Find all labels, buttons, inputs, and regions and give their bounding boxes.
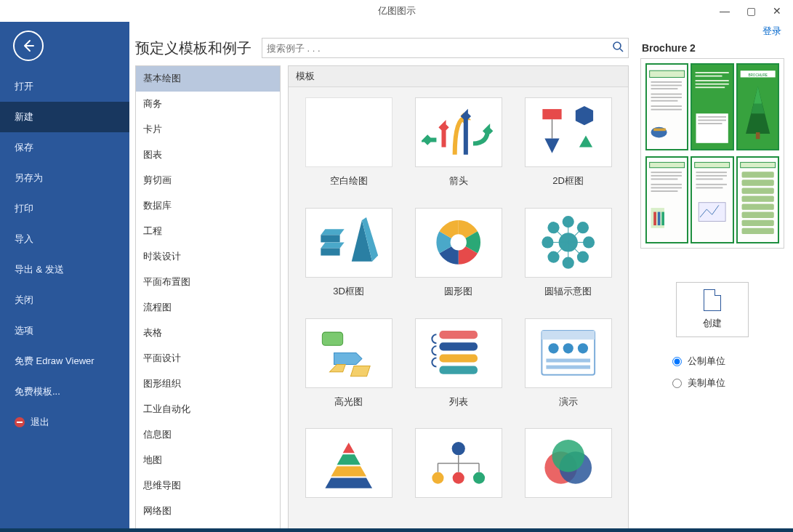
template-item-3dbox[interactable]: 3D框图 [296, 208, 401, 311]
category-item[interactable]: 卡片 [136, 117, 280, 142]
svg-rect-67 [651, 109, 682, 110]
template-label: 列表 [449, 395, 468, 408]
svg-marker-46 [325, 477, 372, 488]
create-button[interactable]: 创建 [676, 282, 749, 337]
category-item[interactable]: 信息图 [136, 422, 280, 448]
box3d-icon [305, 208, 393, 278]
category-item[interactable]: 时装设计 [136, 244, 280, 270]
svg-rect-66 [651, 105, 682, 107]
category-item[interactable]: 流程图 [136, 295, 280, 321]
right-panel: Brochure 2 BROCHURE [636, 22, 793, 532]
new-document-icon [704, 289, 721, 311]
sidebar-item-export[interactable]: 导出 & 发送 [0, 254, 129, 285]
svg-point-39 [563, 343, 573, 353]
template-item-circle[interactable]: 圆形图 [406, 208, 511, 311]
box2d-icon [525, 97, 612, 167]
svg-rect-89 [651, 184, 682, 185]
category-item[interactable]: 图表 [136, 142, 280, 168]
radio-label: 美制单位 [688, 376, 725, 390]
category-item[interactable]: 平面设计 [136, 346, 280, 371]
svg-rect-8 [321, 235, 339, 243]
template-item-presentation[interactable]: 演示 [515, 318, 621, 422]
template-item-arrows[interactable]: 箭头 [406, 97, 511, 201]
category-item[interactable]: 基本绘图 [136, 66, 280, 92]
svg-rect-75 [696, 113, 728, 143]
svg-rect-91 [651, 190, 678, 192]
svg-rect-84 [756, 132, 760, 139]
sidebar-item-exit[interactable]: 退出 [0, 407, 129, 438]
close-button[interactable]: ✕ [767, 3, 787, 19]
svg-rect-87 [651, 175, 682, 177]
template-label: 圆辐示意图 [544, 285, 592, 298]
template-item-radial[interactable]: 圆辐示意图 [515, 208, 621, 311]
svg-rect-105 [741, 180, 773, 185]
category-item[interactable]: 数据库 [136, 193, 280, 219]
sidebar-item-open[interactable]: 打开 [0, 71, 129, 102]
sidebar-item-close[interactable]: 关闭 [0, 285, 129, 315]
maximize-button[interactable]: ▢ [741, 3, 761, 19]
svg-rect-108 [741, 204, 773, 210]
sidebar-item-new[interactable]: 新建 [0, 102, 129, 132]
minimize-button[interactable]: — [714, 3, 735, 19]
svg-rect-103 [740, 162, 775, 167]
template-item-venn[interactable] [515, 428, 621, 518]
list-icon [415, 318, 502, 388]
presentation-icon [525, 318, 612, 388]
sidebar-item-free-templates[interactable]: 免费模板... [0, 376, 129, 407]
svg-rect-65 [651, 100, 678, 102]
page-title: 预定义模板和例子 [135, 39, 251, 58]
category-item[interactable]: 思维导图 [136, 473, 280, 499]
category-item[interactable]: 平面布置图 [136, 270, 280, 295]
sidebar-item-saveas[interactable]: 另存为 [0, 163, 129, 193]
venn-icon [525, 428, 612, 498]
category-item[interactable]: 表格 [136, 321, 280, 346]
category-item[interactable]: 商务 [136, 92, 280, 117]
blank-icon [305, 97, 393, 167]
category-item[interactable]: 网络图 [136, 499, 280, 524]
svg-marker-6 [576, 106, 593, 125]
template-item-blank[interactable]: 空白绘图 [296, 97, 401, 201]
orgtree-icon [415, 428, 502, 498]
svg-marker-43 [342, 443, 354, 453]
unit-imperial-radio[interactable]: 美制单位 [672, 376, 725, 390]
category-item[interactable]: 剪切画 [136, 168, 280, 193]
search-box[interactable] [262, 38, 629, 58]
search-input[interactable] [267, 43, 612, 54]
category-item[interactable]: 工程 [136, 219, 280, 244]
sidebar-item-label: 退出 [31, 416, 49, 429]
brochure-panel-3: BROCHURE [736, 63, 779, 150]
template-item-highlight[interactable]: 高光图 [296, 318, 401, 422]
svg-point-38 [548, 343, 558, 353]
svg-rect-100 [696, 184, 727, 185]
template-label: 空白绘图 [330, 174, 368, 188]
back-button[interactable] [13, 31, 44, 61]
search-icon[interactable] [612, 41, 624, 55]
svg-text:BROCHURE: BROCHURE [748, 73, 767, 77]
radio-label: 公制单位 [688, 355, 725, 368]
category-item[interactable]: 图形组织 [136, 371, 280, 397]
category-item[interactable]: 地图 [136, 448, 280, 473]
svg-point-58 [552, 440, 584, 472]
svg-marker-83 [754, 86, 762, 103]
sidebar-item-viewer[interactable]: 免费 Edraw Viewer [0, 346, 129, 376]
sidebar-item-options[interactable]: 选项 [0, 315, 129, 346]
category-list[interactable]: 基本绘图 商务 卡片 图表 剪切画 数据库 工程 时装设计 平面布置图 流程图 … [135, 65, 281, 529]
svg-rect-35 [439, 366, 478, 374]
svg-point-48 [432, 472, 443, 483]
brochure-panel-4 [645, 156, 688, 243]
category-item[interactable]: 工业自动化 [136, 397, 280, 422]
svg-rect-41 [546, 359, 590, 363]
svg-rect-73 [696, 84, 729, 85]
sidebar-item-print[interactable]: 打印 [0, 193, 129, 224]
template-item-list[interactable]: 列表 [406, 318, 511, 422]
svg-point-0 [613, 42, 621, 49]
template-item-pyramid[interactable] [296, 428, 401, 518]
template-item-orgtree[interactable] [406, 428, 511, 518]
svg-rect-102 [699, 203, 726, 222]
sidebar-item-import[interactable]: 导入 [0, 224, 129, 254]
svg-point-47 [451, 442, 464, 455]
template-item-2dbox[interactable]: 2D框图 [515, 97, 621, 201]
login-link[interactable]: 登录 [762, 25, 781, 38]
sidebar-item-save[interactable]: 保存 [0, 132, 129, 163]
unit-metric-radio[interactable]: 公制单位 [672, 355, 725, 368]
